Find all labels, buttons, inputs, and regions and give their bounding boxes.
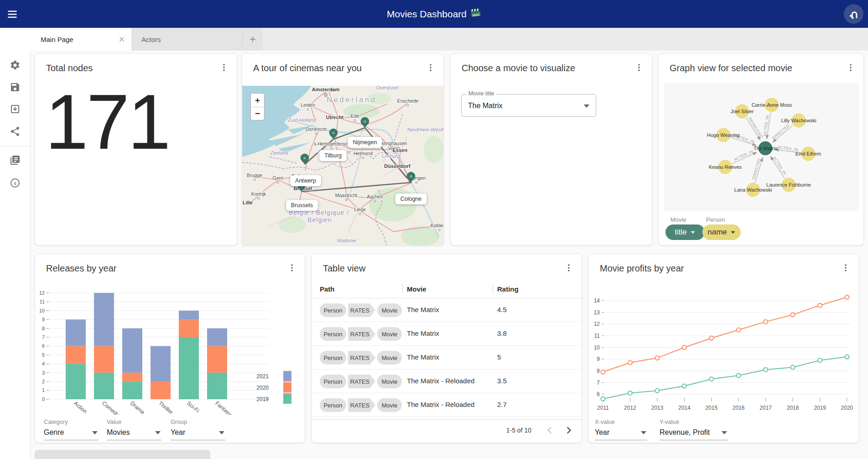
- bar-segment[interactable]: [179, 319, 199, 337]
- save-dashboard-icon[interactable]: [10, 82, 21, 93]
- share-icon[interactable]: [10, 126, 21, 137]
- tab-actors-label: Actors: [131, 36, 161, 43]
- bar-segment[interactable]: [122, 373, 142, 381]
- y-value-select[interactable]: Y-value Revenue, Profit: [660, 418, 728, 440]
- map-place-label: Nederland: [327, 96, 377, 104]
- bar-segment[interactable]: [94, 346, 114, 372]
- data-point[interactable]: [682, 384, 686, 388]
- node-label-chip: Movie: [377, 351, 402, 365]
- node-label-chip: Person: [320, 327, 346, 341]
- group-select[interactable]: Group Year: [171, 418, 225, 440]
- zoom-out-button[interactable]: −: [251, 107, 264, 120]
- column-header-rating[interactable]: Rating: [497, 285, 519, 293]
- data-point[interactable]: [791, 313, 795, 317]
- category-select[interactable]: Category Genre: [44, 418, 99, 440]
- movie-cell: The Matrix: [407, 353, 439, 361]
- bar-segment[interactable]: [179, 311, 199, 319]
- data-point[interactable]: [845, 295, 849, 299]
- map-place-label: Enschede: [397, 98, 419, 104]
- bar-segment[interactable]: [94, 373, 114, 399]
- load-dashboard-icon[interactable]: [10, 104, 21, 115]
- data-point[interactable]: [818, 303, 822, 308]
- map-place-label: Utrecht: [326, 115, 344, 120]
- bar-segment[interactable]: [179, 337, 199, 399]
- card-menu-icon[interactable]: [634, 62, 645, 73]
- graph-canvas[interactable]: PRODUCEDACTED_INDIRECTEDACTED_INACTED_IN…: [664, 83, 859, 211]
- bar-segment[interactable]: [151, 346, 171, 381]
- bar-segment[interactable]: [207, 329, 227, 346]
- bar-segment[interactable]: [151, 381, 171, 399]
- zoom-in-button[interactable]: +: [251, 94, 264, 107]
- data-point[interactable]: [709, 377, 713, 381]
- data-point[interactable]: [682, 345, 686, 349]
- column-header-path[interactable]: Path: [320, 285, 335, 293]
- close-tab-icon[interactable]: [118, 35, 126, 43]
- relationship-chip: RATES: [348, 327, 375, 341]
- svg-text:13: 13: [594, 309, 600, 316]
- data-point[interactable]: [655, 356, 659, 360]
- node-label-chip: Person: [320, 375, 346, 388]
- reports-library-icon[interactable]: [10, 155, 21, 166]
- column-header-movie[interactable]: Movie: [407, 285, 426, 293]
- data-point[interactable]: [628, 360, 632, 365]
- card-menu-icon[interactable]: [563, 262, 574, 273]
- movie-property-chip-label: title: [675, 228, 686, 237]
- data-point[interactable]: [764, 368, 768, 372]
- x-axis-label: 2020: [841, 405, 853, 411]
- bar-segment[interactable]: [94, 293, 114, 346]
- settings-gear-icon[interactable]: [10, 60, 21, 71]
- movie-property-chip[interactable]: title: [665, 224, 705, 240]
- neo4j-connection-avatar[interactable]: [844, 4, 863, 24]
- map-place-label: Gent: [273, 175, 283, 181]
- data-point[interactable]: [709, 336, 713, 340]
- bar-segment[interactable]: [66, 364, 86, 399]
- bar-segment[interactable]: [66, 346, 86, 364]
- bar-segment[interactable]: [207, 346, 227, 372]
- data-point[interactable]: [845, 355, 849, 359]
- legend-label: 2019: [256, 396, 269, 402]
- data-point[interactable]: [628, 391, 632, 395]
- chevron-down-icon: [155, 431, 161, 434]
- movie-title-select[interactable]: Movie title The Matrix: [461, 94, 596, 117]
- card-title: Movie profits by year: [600, 263, 684, 274]
- movie-cell: The Matrix - Reloaded: [407, 377, 474, 385]
- tab-main-page[interactable]: Main Page: [31, 28, 131, 51]
- x-value-select[interactable]: X-value Year: [595, 418, 647, 440]
- card-title: Choose a movie to visualize: [462, 63, 575, 73]
- bar-segment[interactable]: [122, 381, 142, 399]
- map-popup: Brussels: [286, 200, 318, 211]
- graph-edge-label: ACTED_IN: [772, 156, 787, 176]
- tab-actors[interactable]: Actors: [131, 28, 242, 51]
- bar-segment[interactable]: [66, 319, 86, 346]
- info-icon[interactable]: [10, 177, 21, 188]
- value-select[interactable]: Value Movies: [107, 418, 161, 440]
- bar-segment[interactable]: [207, 373, 227, 399]
- table-header: Path Movie Rating: [312, 282, 582, 298]
- data-point[interactable]: [655, 389, 659, 393]
- card-menu-icon[interactable]: [840, 262, 851, 273]
- app-bar: Movies Dashboard: [0, 0, 868, 28]
- movies-dashboard-app: Movies Dashboard Main Page Actors +: [0, 0, 868, 459]
- table-row: PersonRATESMovieThe Matrix4.5: [312, 298, 582, 322]
- x-axis-label: 2016: [733, 405, 745, 411]
- card-menu-icon[interactable]: [845, 62, 856, 73]
- pagination-next-icon[interactable]: [563, 425, 574, 436]
- data-point[interactable]: [601, 397, 605, 401]
- data-point[interactable]: [737, 374, 741, 378]
- card-menu-icon[interactable]: [286, 262, 297, 273]
- table-row: PersonRATESMovieThe Matrix5: [312, 346, 582, 370]
- add-tab-button[interactable]: +: [243, 28, 263, 51]
- person-property-chip[interactable]: name: [702, 224, 741, 240]
- data-point[interactable]: [764, 320, 768, 324]
- data-point[interactable]: [737, 328, 741, 332]
- map-canvas[interactable]: AmsterdamNederlandLeidenUtrechtEdeZuid-H…: [242, 86, 443, 245]
- svg-text:7: 7: [597, 380, 600, 386]
- bar-segment[interactable]: [122, 329, 142, 373]
- data-point[interactable]: [818, 358, 822, 362]
- card-menu-icon[interactable]: [218, 62, 229, 73]
- data-point[interactable]: [791, 365, 795, 370]
- card-menu-icon[interactable]: [425, 62, 436, 73]
- graph-node-label: The Matrix: [754, 146, 777, 151]
- total-nodes-value: 171: [45, 83, 169, 161]
- data-point[interactable]: [601, 370, 605, 374]
